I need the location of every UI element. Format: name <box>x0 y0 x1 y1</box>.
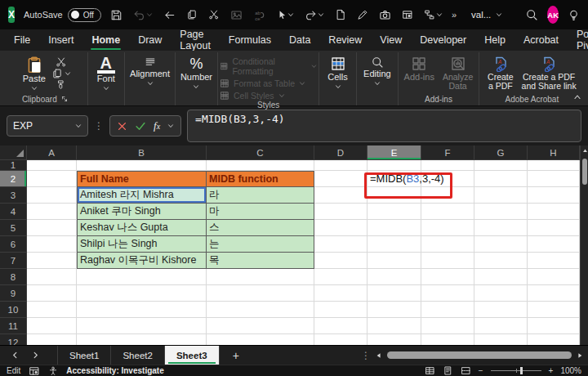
enter-icon[interactable] <box>135 120 146 132</box>
cell-h1[interactable] <box>528 160 580 171</box>
row-header-12[interactable]: 12 <box>0 334 27 345</box>
cell-g10[interactable] <box>474 302 528 318</box>
cell-h9[interactable] <box>528 285 580 302</box>
hscroll-thumb[interactable] <box>387 351 572 359</box>
cell-d11[interactable] <box>314 318 368 334</box>
cell-a11[interactable] <box>27 318 77 334</box>
camera-button[interactable] <box>379 9 391 21</box>
cell-f8[interactable] <box>421 269 474 285</box>
cell-c6[interactable]: 는 <box>207 236 314 253</box>
cell-c3[interactable]: 라 <box>207 187 314 204</box>
sheet-tab-sheet1[interactable]: Sheet1 <box>57 346 111 365</box>
tab-help[interactable]: Help <box>475 29 514 51</box>
cell-b5[interactable]: Keshav 나스 Gupta <box>77 220 207 236</box>
cell-d4[interactable] <box>314 204 368 220</box>
page-layout-view-button[interactable] <box>443 365 453 376</box>
cell-e8[interactable] <box>368 269 421 285</box>
cell-b7[interactable]: Raghav 이목구비 Kishore <box>77 253 207 269</box>
number-button[interactable]: % Number <box>177 54 216 92</box>
cell-f6[interactable] <box>421 236 474 253</box>
tab-page-layout[interactable]: Page Layout <box>171 29 220 51</box>
cell-f9[interactable] <box>421 285 474 302</box>
cell-g9[interactable] <box>474 285 528 302</box>
cut-button[interactable] <box>51 56 71 68</box>
column-header-e[interactable]: E <box>368 145 421 160</box>
column-header-a[interactable]: A <box>27 145 77 160</box>
cell-f12[interactable] <box>421 334 474 345</box>
column-header-b[interactable]: B <box>77 145 207 160</box>
cell-a6[interactable] <box>27 236 77 253</box>
cell-b4[interactable]: Aniket 쿠마 Singh <box>77 204 207 220</box>
row-header-5[interactable]: 5 <box>0 220 27 236</box>
cell-c2[interactable]: MIDB function <box>207 171 314 187</box>
cell-c7[interactable]: 목 <box>207 253 314 269</box>
cell-h4[interactable] <box>528 204 580 220</box>
cell-g1[interactable] <box>474 160 528 171</box>
row-header-11[interactable]: 11 <box>0 318 27 334</box>
pen-button[interactable] <box>357 9 368 20</box>
lightbulb-icon[interactable] <box>568 9 580 21</box>
cell-a9[interactable] <box>27 285 77 302</box>
cell-b8[interactable] <box>77 269 207 285</box>
row-header-10[interactable]: 10 <box>0 302 27 318</box>
row-header-6[interactable]: 6 <box>0 236 27 253</box>
create-pdf-button[interactable]: A Createa PDF <box>484 54 517 92</box>
row-header-2[interactable]: 2 <box>0 171 27 187</box>
cell-g2[interactable] <box>474 171 528 187</box>
cell-f11[interactable] <box>421 318 474 334</box>
cell-c10[interactable] <box>207 302 314 318</box>
cell-d9[interactable] <box>314 285 368 302</box>
cell-h10[interactable] <box>528 302 580 318</box>
touch-mode-button[interactable] <box>276 10 294 20</box>
format-painter-button[interactable] <box>51 79 71 90</box>
cell-e10[interactable] <box>368 302 421 318</box>
cell-d6[interactable] <box>314 236 368 253</box>
cell-d10[interactable] <box>314 302 368 318</box>
cell-b2[interactable]: Full Name <box>77 171 207 187</box>
search-icon[interactable] <box>525 8 538 21</box>
cell-b6[interactable]: Shilpi 나는 Singh <box>77 236 207 253</box>
more-commands-button[interactable]: » <box>452 10 457 20</box>
row-header-8[interactable]: 8 <box>0 269 27 285</box>
cell-c12[interactable] <box>207 334 314 345</box>
undo-button[interactable] <box>133 9 153 21</box>
column-header-d[interactable]: D <box>314 145 368 160</box>
cell-h2[interactable] <box>528 171 580 187</box>
autosave-toggle[interactable]: Off <box>68 8 101 22</box>
cell-g3[interactable] <box>474 187 528 204</box>
zoom-out-button[interactable]: − <box>479 366 483 375</box>
cell-g7[interactable] <box>474 253 528 269</box>
cancel-icon[interactable] <box>117 121 127 132</box>
cell-g11[interactable] <box>474 318 528 334</box>
prev-sheet-button[interactable] <box>11 351 19 359</box>
avatar[interactable]: AK <box>547 6 559 24</box>
cell-g5[interactable] <box>474 220 528 236</box>
cell-f4[interactable] <box>421 204 474 220</box>
tab-power-pivot[interactable]: Power Pivot <box>568 29 588 51</box>
cell-h5[interactable] <box>528 220 580 236</box>
cell-a7[interactable] <box>27 253 77 269</box>
scroll-left-icon[interactable] <box>376 352 382 359</box>
zoom-slider-handle[interactable] <box>520 367 523 374</box>
select-all-corner[interactable] <box>0 145 27 160</box>
cell-c9[interactable] <box>207 285 314 302</box>
row-header-9[interactable]: 9 <box>0 285 27 302</box>
cell-e6[interactable] <box>368 236 421 253</box>
cell-h6[interactable] <box>528 236 580 253</box>
tab-acrobat[interactable]: Acrobat <box>514 29 568 51</box>
record-macro-icon[interactable] <box>29 365 40 376</box>
cell-h11[interactable] <box>528 318 580 334</box>
cell-e7[interactable] <box>368 253 421 269</box>
create-pdf-share-button[interactable]: A Create a PDFand Share link <box>519 54 580 92</box>
cell-a5[interactable] <box>27 220 77 236</box>
cell-a1[interactable] <box>27 160 77 171</box>
accessibility-status[interactable]: Accessibility: Investigate <box>66 366 164 375</box>
formula-input[interactable]: =MIDB(B3,3,-4) <box>187 110 581 142</box>
cell-f5[interactable] <box>421 220 474 236</box>
tab-view[interactable]: View <box>371 29 411 51</box>
tab-draw[interactable]: Draw <box>129 29 171 51</box>
vscroll-thumb[interactable] <box>582 159 587 185</box>
tab-review[interactable]: Review <box>319 29 371 51</box>
cell-e1[interactable] <box>368 160 421 171</box>
cell-c11[interactable] <box>207 318 314 334</box>
